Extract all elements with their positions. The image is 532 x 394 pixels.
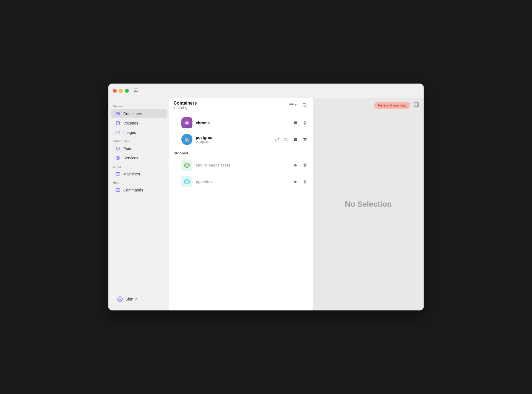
- sidebar-item-machines[interactable]: Machines: [111, 170, 167, 178]
- right-panel: Personal use only No Selection: [313, 98, 424, 310]
- panel-title: Containers: [174, 101, 197, 106]
- svg-rect-1: [134, 90, 136, 90]
- panel-title-group: Containers 2 running: [174, 101, 197, 110]
- svg-point-7: [116, 121, 120, 123]
- sidebar-item-images[interactable]: Images: [111, 128, 167, 137]
- svg-marker-62: [294, 180, 297, 183]
- container-item-pgvector[interactable]: › pgvector: [169, 173, 313, 190]
- services-label: Services: [123, 156, 138, 160]
- panel-subtitle: 2 running: [174, 106, 197, 110]
- svg-point-13: [117, 148, 118, 149]
- sidebar-toggle-title-icon[interactable]: [133, 88, 138, 94]
- chroma-logo: [181, 117, 192, 128]
- services-icon: [115, 155, 121, 161]
- svg-rect-46: [294, 138, 297, 141]
- filter-button[interactable]: ▾: [288, 101, 298, 109]
- minimize-button[interactable]: [119, 89, 123, 93]
- expand-arrow-env-tests: ›: [174, 164, 178, 167]
- delete-env-tests-button[interactable]: [302, 162, 308, 169]
- panel-actions: ▾: [288, 101, 308, 109]
- main-content: Containers 2 running: [169, 98, 424, 310]
- svg-rect-48: [304, 138, 306, 138]
- env-tests-actions: [292, 162, 308, 169]
- svg-rect-41: [303, 122, 307, 122]
- containers-icon: [115, 111, 121, 116]
- maximize-button[interactable]: [125, 89, 129, 93]
- sidebar-item-commands[interactable]: Commands: [111, 186, 167, 195]
- pods-label: Pods: [123, 146, 132, 151]
- postgres-info: postgres postgres: [196, 135, 270, 144]
- search-button[interactable]: [301, 102, 308, 109]
- svg-rect-27: [117, 173, 118, 174]
- stop-chroma-button[interactable]: [292, 120, 299, 126]
- personal-badge: Personal use only: [374, 102, 410, 109]
- expand-arrow-pgvector: ›: [174, 180, 178, 183]
- svg-point-31: [119, 298, 121, 299]
- svg-rect-67: [414, 103, 419, 107]
- linux-section-label: Linux: [108, 163, 169, 169]
- no-selection-text: No Selection: [345, 200, 392, 209]
- play-pgvector-button[interactable]: [292, 178, 299, 185]
- svg-rect-9: [116, 131, 120, 134]
- volumes-label: Volumes: [123, 121, 138, 125]
- pgvector-info: pgvector: [196, 180, 289, 184]
- chroma-info: chroma: [196, 121, 289, 125]
- svg-rect-2: [134, 91, 138, 92]
- env-tests-info: environment_tests: [196, 163, 289, 167]
- machines-label: Machines: [123, 172, 140, 176]
- close-button[interactable]: [113, 89, 117, 93]
- stopped-section-header: Stopped: [169, 148, 313, 157]
- postgres-actions: [273, 136, 308, 143]
- svg-rect-47: [303, 138, 307, 139]
- window-body: Docker Containers: [108, 98, 424, 310]
- chroma-actions: [292, 120, 308, 126]
- svg-rect-42: [304, 121, 306, 122]
- commands-icon: [115, 187, 121, 193]
- folder-postgres-button[interactable]: [283, 136, 290, 143]
- postgres-subname: postgres: [196, 140, 270, 144]
- sidebar: Docker Containers: [108, 98, 169, 310]
- sign-in-button[interactable]: Sign In: [113, 295, 165, 304]
- delete-pgvector-button[interactable]: [302, 178, 308, 185]
- delete-chroma-button[interactable]: [302, 120, 308, 126]
- kubernetes-section-label: Kubernetes: [108, 137, 169, 144]
- images-icon: [115, 130, 121, 135]
- container-item-chroma[interactable]: › chroma: [169, 115, 313, 131]
- sidebar-item-pods[interactable]: Pods: [111, 144, 167, 153]
- sign-in-icon: [117, 296, 123, 302]
- expand-arrow-chroma: ›: [174, 121, 178, 125]
- svg-point-19: [117, 157, 119, 159]
- svg-rect-55: [303, 164, 307, 165]
- pgvector-name: pgvector: [196, 180, 289, 184]
- app-window: Docker Containers: [108, 84, 424, 310]
- svg-rect-56: [304, 164, 306, 164]
- sidebar-spacer: [108, 195, 169, 290]
- expand-arrow-postgres: ›: [174, 138, 178, 141]
- link-postgres-button[interactable]: [273, 136, 280, 143]
- machines-icon: [115, 171, 121, 177]
- svg-rect-64: [304, 180, 306, 181]
- volumes-icon: [115, 120, 121, 126]
- chroma-name: chroma: [196, 121, 289, 125]
- play-env-tests-button[interactable]: [292, 162, 299, 169]
- sidebar-item-containers[interactable]: Containers: [111, 109, 167, 118]
- images-label: Images: [123, 130, 136, 135]
- stop-postgres-button[interactable]: [292, 136, 299, 143]
- container-item-environment-tests[interactable]: › environment_tests: [169, 157, 313, 173]
- svg-marker-54: [294, 164, 297, 167]
- container-panel: Containers 2 running: [169, 98, 313, 310]
- sidebar-toggle-right-icon[interactable]: [414, 102, 419, 108]
- filter-icon: [289, 102, 294, 108]
- help-section-label: Help: [108, 179, 169, 185]
- panel-header: Containers 2 running: [169, 98, 313, 112]
- titlebar: [108, 84, 424, 98]
- docker-section-label: Docker: [108, 102, 169, 109]
- pgvector-actions: [292, 178, 308, 185]
- traffic-lights: [113, 89, 129, 93]
- sidebar-item-volumes[interactable]: Volumes: [111, 119, 167, 128]
- svg-point-35: [303, 103, 306, 106]
- delete-postgres-button[interactable]: [302, 136, 308, 143]
- sidebar-item-services[interactable]: Services: [111, 154, 167, 162]
- postgres-logo: 🐘: [181, 134, 192, 145]
- container-item-postgres[interactable]: › 🐘 postgres postgres: [169, 131, 313, 148]
